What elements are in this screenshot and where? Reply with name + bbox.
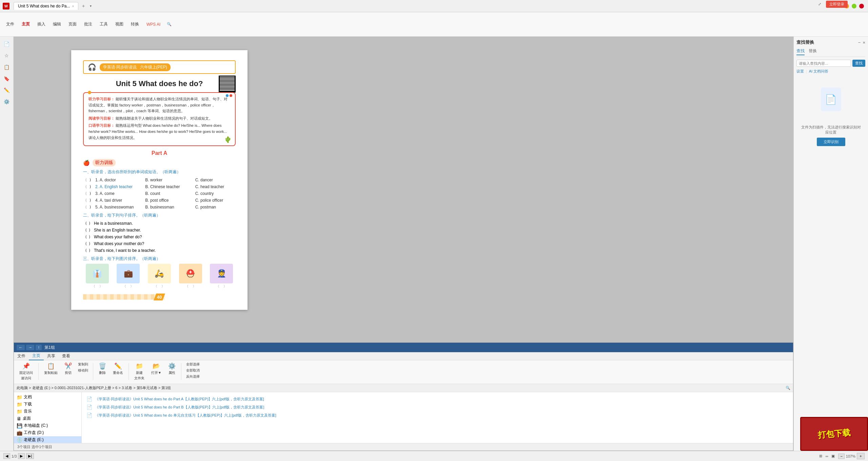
zoom-in-btn[interactable]: ＋ <box>857 453 865 459</box>
open-btn[interactable]: 📂 打开▼ <box>149 362 164 376</box>
obj-label-1: 听力学习目标： <box>88 97 115 101</box>
invert-select-btn[interactable]: 反向选择 <box>184 374 202 379</box>
prev-page-btn[interactable]: ◀ <box>3 453 10 459</box>
tree-item-local-c[interactable]: 💾本地磁盘 (C:) <box>14 422 81 429</box>
tree-item-docs[interactable]: 📁文档 <box>14 394 81 401</box>
panel-shrink-btn[interactable]: − <box>858 40 861 45</box>
sidebar-icon-5[interactable]: ✏️ <box>2 85 12 95</box>
stmt-4: What does your mother do? <box>94 241 144 246</box>
ribbon-tab-view[interactable]: 视图 <box>112 20 127 28</box>
expand-btn[interactable]: ⤢ <box>816 1 823 7</box>
cut-btn[interactable]: ✂️ 剪切 <box>62 362 75 376</box>
ribbon-tab-home[interactable]: 主页 <box>18 20 33 28</box>
maximize-btn[interactable] <box>852 4 856 8</box>
path-search-icon[interactable]: 🔍 <box>786 386 790 390</box>
file-item-3[interactable]: 📄 《学英语·同步听读说》Unit 5 What does he do 单元自主… <box>84 411 790 419</box>
tomato-icon: 🍎 <box>83 160 90 166</box>
document-tab[interactable]: Unit 5 What does he do Pa... × <box>14 2 78 10</box>
page-info: 1/3 <box>12 454 17 458</box>
ai-doc-label[interactable]: AI 文档问答 <box>809 69 828 74</box>
doc-header: 🎧 学英语·同步听读说 六年级上(PEP) <box>83 60 236 74</box>
document-page: 🎧 学英语·同步听读说 六年级上(PEP) Unit 5 What does h… <box>71 50 248 310</box>
ribbon-tab-convert[interactable]: 转换 <box>127 20 142 28</box>
ex2-a: 2. A. English teacher <box>95 184 136 189</box>
pin-btn[interactable]: 📌 固定访问 速访问 <box>17 362 36 381</box>
tree-item-work-d[interactable]: 💼工作盘 (D:) <box>14 429 81 436</box>
up-btn[interactable]: ↑ <box>36 345 42 350</box>
tree-item-desktop[interactable]: 🖥桌面 <box>14 415 81 422</box>
img-card-2: 💼 〈〉 <box>114 264 143 289</box>
section-header: 🍎 听力训练 <box>83 159 236 166</box>
rename-btn[interactable]: ✏️ 重命名 <box>110 362 126 376</box>
login-btn[interactable]: 立即登录 <box>826 1 848 8</box>
stmt-2: She is an English teacher. <box>94 228 141 233</box>
file-item-1[interactable]: 📄 《学英语·同步听读说》Unit 5 What does he do Part… <box>84 395 790 403</box>
stmt-row-1: （） He is a businessman. <box>83 220 236 226</box>
exp-tab-file[interactable]: 文件 <box>14 352 29 360</box>
delete-btn[interactable]: 🗑️ 删除 <box>96 362 109 376</box>
view-icon-2[interactable]: ═ <box>826 454 828 458</box>
properties-btn[interactable]: ⚙️ 属性 <box>165 362 178 376</box>
explorer-path: 此电脑 > 老硬盘 (E:) > 0.0001-20231021-人教版PEP上… <box>14 384 793 392</box>
instruction-2: 二、听录音，给下列句子排序。（听两遍） <box>83 213 236 218</box>
tab-bar: Unit 5 What does he do Pa... × ＋ ▾ <box>12 2 840 11</box>
tree-item-downloads[interactable]: 📁下载 <box>14 401 81 408</box>
exp-tab-share[interactable]: 共享 <box>44 352 59 360</box>
back-btn[interactable]: ← <box>17 345 25 350</box>
obj-dots <box>226 94 232 97</box>
divider-4 <box>181 363 181 380</box>
ribbon-tab-page[interactable]: 页面 <box>65 20 80 28</box>
sidebar-icon-2[interactable]: ☆ <box>2 51 12 60</box>
promo-banner[interactable]: 打包下载 <box>800 417 868 451</box>
explorer-title: 第1组 <box>44 345 55 350</box>
forward-btn[interactable]: → <box>26 345 34 350</box>
next-page-btn[interactable]: ▶ <box>18 453 25 459</box>
select-all-btn[interactable]: 全部选择 <box>184 362 202 367</box>
ribbon-tab-insert[interactable]: 插入 <box>34 20 49 28</box>
settings-label[interactable]: 设置 <box>796 69 804 74</box>
find-btn[interactable]: 查找 <box>852 60 865 67</box>
obj-line-1: 听力学习目标： 能听懂关于谈论和描述人物职业和生活情况的单词、短语、句子、对话或… <box>88 96 230 114</box>
ribbon-tab-comment[interactable]: 批注 <box>81 20 96 28</box>
headphone-icon: 🎧 <box>88 63 96 71</box>
last-page-btn[interactable]: ▶| <box>26 453 34 459</box>
search-icon[interactable]: 🔍 <box>164 21 174 27</box>
panel-close-btn[interactable]: × <box>863 40 865 45</box>
img-arrows-2: 〈〉 <box>114 284 143 289</box>
sidebar-icon-3[interactable]: 📋 <box>2 62 12 72</box>
close-btn[interactable] <box>859 4 864 8</box>
ribbon-tab-tools[interactable]: 工具 <box>96 20 111 28</box>
ex4-b: B. post office <box>145 198 185 203</box>
ribbon-tab-edit[interactable]: 编辑 <box>50 20 64 28</box>
exp-tab-home[interactable]: 主页 <box>29 352 44 360</box>
select-group: 全部选择 全部取消 反向选择 <box>184 362 202 379</box>
tab-close-btn[interactable]: × <box>72 4 74 8</box>
search-input[interactable] <box>796 60 851 67</box>
panel-tab-find[interactable]: 查找 <box>796 48 805 55</box>
move-to-btn[interactable]: 移动到 <box>76 368 90 373</box>
tab-dropdown-icon[interactable]: ▾ <box>90 4 92 8</box>
panel-tab-replace[interactable]: 替换 <box>809 48 817 55</box>
sidebar-icon-1[interactable]: 📄 <box>2 39 12 49</box>
file-item-2[interactable]: 📄 《学英语·同步听读说》Unit 5 What does he do Part… <box>84 403 790 411</box>
stmt-row-4: （） What does your mother do? <box>83 241 236 246</box>
tree-item-hdd-e[interactable]: 💿老硬盘 (E:) <box>14 436 81 443</box>
view-icon-3[interactable]: ▣ <box>831 454 835 458</box>
deselect-all-btn[interactable]: 全部取消 <box>184 368 202 373</box>
exp-tab-view[interactable]: 查看 <box>59 352 74 360</box>
ribbon-tab-wpsai[interactable]: WPS AI <box>143 21 164 28</box>
copy-paste-btn[interactable]: 📋 复制粘贴 <box>41 362 60 376</box>
img-placeholder-1: 👔 <box>86 264 109 283</box>
view-icon-1[interactable]: ⊞ <box>819 454 822 458</box>
ex3-c: C. country <box>195 191 236 196</box>
copy-to-btn[interactable]: 复制到 <box>76 362 90 367</box>
ribbon-tab-file[interactable]: 文件 <box>3 20 18 28</box>
new-tab-btn[interactable]: ＋ <box>78 2 88 11</box>
sidebar-icon-6[interactable]: ⚙️ <box>2 97 12 106</box>
tree-item-music[interactable]: 📁音乐 <box>14 408 81 415</box>
sidebar-icon-4[interactable]: 🔖 <box>2 74 12 83</box>
zoom-out-btn[interactable]: − <box>838 454 844 459</box>
identify-btn[interactable]: 立即识别 <box>817 138 845 146</box>
new-folder-btn[interactable]: 📁 新建 文件夹 <box>132 362 147 381</box>
ex5-c: C. postman <box>195 205 236 209</box>
